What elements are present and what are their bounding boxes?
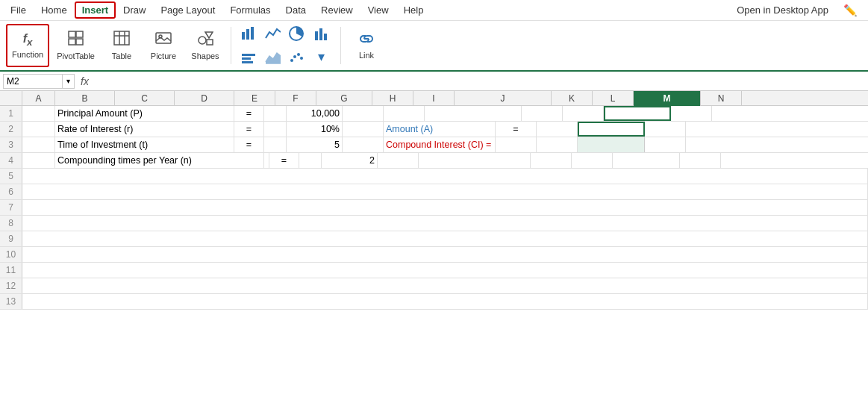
cell-i2[interactable]: Amount (A) bbox=[384, 122, 496, 137]
cell-e2[interactable]: = bbox=[234, 122, 264, 137]
cell-l4[interactable] bbox=[572, 153, 613, 168]
shapes-button[interactable]: Shapes bbox=[186, 24, 225, 67]
cell-row13[interactable] bbox=[22, 294, 868, 309]
formula-input[interactable] bbox=[95, 75, 865, 87]
cell-row12[interactable] bbox=[22, 278, 868, 293]
cell-ref-dropdown[interactable]: ▾ bbox=[63, 74, 75, 89]
cell-j1[interactable] bbox=[425, 106, 522, 121]
cell-h4[interactable] bbox=[378, 153, 419, 168]
cell-row6[interactable] bbox=[22, 184, 868, 199]
cell-m4[interactable] bbox=[613, 153, 680, 168]
svg-rect-19 bbox=[242, 61, 253, 63]
cell-e3[interactable]: = bbox=[234, 137, 264, 152]
cell-k1[interactable] bbox=[522, 106, 563, 121]
cell-f4[interactable] bbox=[299, 153, 322, 168]
cell-b3[interactable]: Time of Investment (t) bbox=[55, 137, 234, 152]
menu-data[interactable]: Data bbox=[278, 1, 313, 19]
pivot-table-button[interactable]: PivotTable bbox=[52, 24, 99, 67]
cell-n2[interactable] bbox=[645, 122, 686, 137]
cell-row9[interactable] bbox=[22, 231, 868, 246]
cell-m1[interactable] bbox=[604, 106, 671, 121]
cell-h2[interactable] bbox=[343, 122, 384, 137]
cell-g3[interactable]: 5 bbox=[287, 137, 343, 152]
col-header-b[interactable]: B bbox=[55, 91, 115, 106]
cell-a1[interactable] bbox=[22, 106, 55, 121]
col-header-e[interactable]: E bbox=[234, 91, 275, 106]
cell-i3[interactable]: Compound Interest (CI) = bbox=[384, 137, 496, 152]
cell-n3[interactable] bbox=[645, 137, 686, 152]
function-button[interactable]: fx Function bbox=[6, 24, 49, 67]
cell-i1[interactable] bbox=[384, 106, 425, 121]
col-header-c[interactable]: C bbox=[115, 91, 175, 106]
col-header-j[interactable]: J bbox=[455, 91, 552, 106]
area-chart-button[interactable] bbox=[261, 46, 284, 69]
column-chart-button[interactable] bbox=[310, 23, 333, 46]
cell-h1[interactable] bbox=[343, 106, 384, 121]
col-header-a[interactable]: A bbox=[22, 91, 55, 106]
menu-home[interactable]: Home bbox=[34, 1, 75, 19]
cell-b4[interactable]: Compounding times per Year (n) bbox=[55, 153, 264, 168]
svg-rect-13 bbox=[242, 32, 245, 40]
cell-b1[interactable]: Principal Amount (P) bbox=[55, 106, 234, 121]
cell-f3[interactable] bbox=[264, 137, 287, 152]
menu-open-desktop[interactable]: Open in Desktop App bbox=[729, 1, 836, 19]
cell-n1[interactable] bbox=[671, 106, 712, 121]
menu-help[interactable]: Help bbox=[396, 1, 431, 19]
cell-m2[interactable] bbox=[578, 122, 645, 137]
cell-l1[interactable] bbox=[563, 106, 604, 121]
cell-l2[interactable] bbox=[537, 122, 578, 137]
bar-chart-button[interactable] bbox=[237, 22, 260, 45]
menu-formulas[interactable]: Formulas bbox=[222, 1, 278, 19]
scatter-chart-button[interactable] bbox=[285, 46, 307, 69]
cell-h3[interactable] bbox=[343, 137, 384, 152]
cell-n4[interactable] bbox=[680, 153, 721, 168]
cell-a2[interactable] bbox=[22, 122, 55, 137]
cell-reference-box[interactable]: M2 bbox=[3, 74, 63, 89]
link-button[interactable]: Link bbox=[347, 24, 386, 67]
cell-l3[interactable] bbox=[537, 137, 578, 152]
cell-k3[interactable] bbox=[496, 137, 537, 152]
cell-row7[interactable] bbox=[22, 200, 868, 215]
cell-g1[interactable]: 10,000 bbox=[287, 106, 343, 121]
line-chart-button[interactable] bbox=[261, 22, 284, 45]
col-header-f[interactable]: F bbox=[275, 91, 316, 106]
chart-dropdown-button[interactable]: ▾ bbox=[310, 46, 333, 68]
cell-g2[interactable]: 10% bbox=[287, 122, 343, 137]
cell-e4b[interactable]: = bbox=[269, 153, 299, 168]
col-header-g[interactable]: G bbox=[316, 91, 372, 106]
menu-review[interactable]: Review bbox=[313, 1, 360, 19]
col-header-k[interactable]: K bbox=[552, 91, 593, 106]
menu-draw[interactable]: Draw bbox=[116, 1, 153, 19]
cell-e1[interactable]: = bbox=[234, 106, 264, 121]
col-header-n[interactable]: N bbox=[701, 91, 742, 106]
cell-f1[interactable] bbox=[264, 106, 287, 121]
menu-file[interactable]: File bbox=[3, 1, 34, 19]
cell-a3[interactable] bbox=[22, 137, 55, 152]
cell-a4[interactable] bbox=[22, 153, 55, 168]
col-header-l[interactable]: L bbox=[593, 91, 634, 106]
cell-k4[interactable] bbox=[531, 153, 572, 168]
cell-m3[interactable] bbox=[578, 137, 645, 152]
cell-b2[interactable]: Rate of Interest (r) bbox=[55, 122, 234, 137]
table-button[interactable]: Table bbox=[102, 24, 141, 67]
cell-e4[interactable] bbox=[264, 153, 269, 168]
menu-insert[interactable]: Insert bbox=[75, 1, 116, 19]
col-header-i[interactable]: I bbox=[413, 91, 455, 106]
menu-view[interactable]: View bbox=[360, 1, 396, 19]
bar-chart2-button[interactable] bbox=[237, 46, 260, 69]
cell-i4[interactable] bbox=[419, 153, 531, 168]
edit-button[interactable]: ✏️ bbox=[836, 2, 865, 19]
cell-row5[interactable] bbox=[22, 169, 868, 184]
cell-k2[interactable]: = bbox=[496, 122, 537, 137]
col-header-m[interactable]: M bbox=[634, 91, 701, 106]
menu-page-layout[interactable]: Page Layout bbox=[153, 1, 222, 19]
cell-row11[interactable] bbox=[22, 263, 868, 278]
pie-chart-button[interactable] bbox=[285, 22, 307, 45]
cell-g4[interactable]: 2 bbox=[322, 153, 378, 168]
cell-f2[interactable] bbox=[264, 122, 287, 137]
picture-button[interactable]: Picture bbox=[144, 24, 183, 67]
cell-row8[interactable] bbox=[22, 216, 868, 231]
cell-row10[interactable] bbox=[22, 247, 868, 262]
col-header-d[interactable]: D bbox=[175, 91, 234, 106]
col-header-h[interactable]: H bbox=[372, 91, 413, 106]
